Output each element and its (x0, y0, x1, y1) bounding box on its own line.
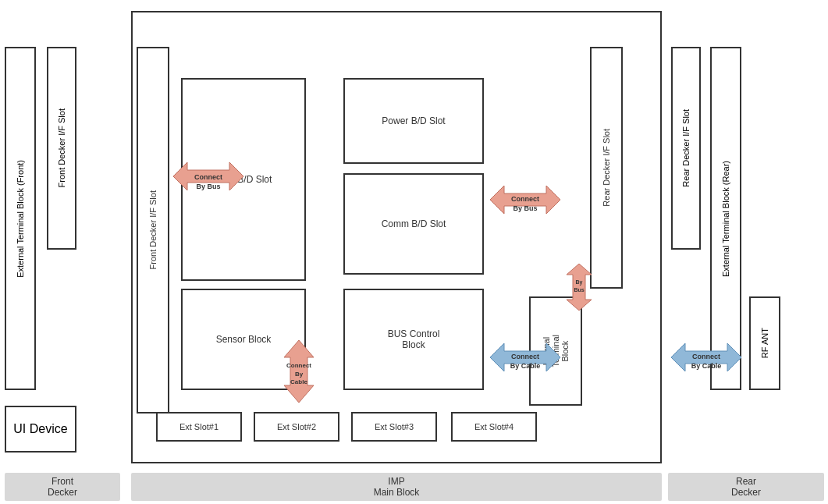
ext-slot-1: Ext Slot#1 (156, 412, 242, 442)
svg-text:By Bus: By Bus (513, 204, 537, 212)
rear-decker-if-inner: Rear Decker I/F Slot (590, 47, 623, 289)
imp-main-block-label: IMPMain Block (131, 473, 662, 501)
svg-text:Connect: Connect (194, 173, 222, 181)
svg-text:Connect: Connect (286, 362, 311, 369)
svg-text:Connect: Connect (692, 353, 720, 360)
rear-decker-label: RearDecker (668, 473, 824, 501)
connect-by-cable-right-arrow: Connect By Cable (490, 335, 560, 379)
ext-slot-3: Ext Slot#3 (351, 412, 437, 442)
front-decker-if-outer: Front Decker I/F Slot (47, 47, 76, 250)
power-bd-slot: Power B/D Slot (343, 78, 484, 164)
front-decker-if-inner: Front Decker I/F Slot (137, 47, 169, 413)
svg-text:Bus: Bus (574, 287, 584, 293)
bus-control-block: BUS ControlBlock (343, 289, 484, 390)
connect-by-cable-far-right-arrow: Connect By Cable (671, 335, 741, 379)
connect-by-bus-small-arrow: By Bus (562, 264, 596, 311)
connect-by-cable-center-arrow: Connect By Cable (279, 340, 318, 403)
svg-text:By Cable: By Cable (691, 362, 722, 370)
connect-by-bus-right-arrow: Connect By Bus (490, 178, 560, 222)
comm-bd-slot: Comm B/D Slot (343, 173, 484, 275)
diagram-container: Base Board External Terminal Block (Fron… (0, 0, 828, 504)
rf-ant: RF ANT (749, 296, 780, 390)
svg-text:Cable: Cable (290, 378, 307, 385)
svg-text:Connect: Connect (511, 353, 539, 360)
connect-by-bus-left-arrow: Connect By Bus (173, 154, 243, 198)
svg-text:By: By (576, 279, 583, 286)
svg-text:By: By (295, 371, 304, 378)
svg-text:Connect: Connect (511, 195, 539, 203)
rear-decker-if-outer: Rear Decker I/F Slot (671, 47, 701, 250)
svg-text:By Cable: By Cable (510, 362, 541, 370)
svg-text:By Bus: By Bus (196, 183, 220, 190)
ext-slot-2: Ext Slot#2 (254, 412, 339, 442)
ui-device: UI Device (5, 406, 76, 453)
external-terminal-front: External Terminal Block (Front) (5, 47, 36, 390)
ext-slot-4: Ext Slot#4 (451, 412, 537, 442)
front-decker-label: FrontDecker (5, 473, 120, 501)
